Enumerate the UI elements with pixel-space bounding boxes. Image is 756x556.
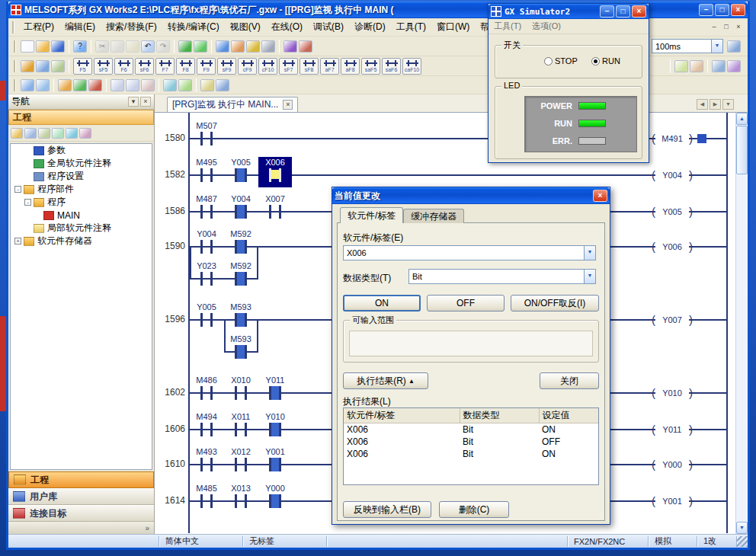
dialog-titlebar[interactable]: 当前值更改 ×	[332, 187, 610, 204]
close-button[interactable]: ×	[632, 5, 646, 18]
contact-name[interactable]: M485	[190, 484, 223, 493]
run-radio[interactable]: RUN	[591, 56, 620, 66]
ladder-symbol-button-saf5[interactable]: saF5	[361, 58, 380, 75]
result-column-header[interactable]: 设定值	[539, 408, 598, 423]
menu-item[interactable]: 转换/编译(C)	[162, 18, 225, 36]
write-to-plc-icon[interactable]	[216, 40, 229, 53]
coil[interactable]: (Y007)	[652, 312, 693, 328]
tree-item[interactable]: 局部软元件注释	[11, 222, 152, 235]
device-comment-icon[interactable]	[178, 40, 192, 53]
expander-icon[interactable]: +	[14, 238, 21, 244]
contact-name[interactable]: M495	[190, 158, 223, 167]
contact-name[interactable]: M593	[224, 302, 258, 312]
contact-name[interactable]: M494	[190, 412, 223, 421]
contact-name[interactable]: X007	[258, 194, 292, 203]
contact-name[interactable]: Y004	[190, 229, 223, 238]
simulator-menu-item[interactable]: 选项(O)	[527, 19, 566, 34]
comment-display-icon[interactable]	[200, 79, 214, 91]
save-project-icon[interactable]	[51, 40, 65, 53]
contact-name[interactable]: Y000	[258, 484, 292, 493]
tab-device-label[interactable]: 软元件/标签	[340, 207, 403, 223]
contact-name[interactable]: Y005	[190, 302, 223, 312]
menu-item[interactable]: 搜索/替换(F)	[101, 18, 162, 36]
ladder-symbol-button-f7[interactable]: F7	[155, 58, 175, 75]
contact-name[interactable]: X011	[224, 412, 258, 421]
mdi-restore-button[interactable]: □	[720, 22, 732, 33]
dialog-close-button[interactable]: 关闭	[540, 372, 599, 389]
inline-statement-icon[interactable]	[674, 60, 688, 72]
nav-button-user-library[interactable]: 用户库	[8, 488, 154, 505]
chevron-down-icon[interactable]: ▼	[584, 246, 595, 260]
scrollbar-thumb[interactable]	[736, 126, 748, 174]
tab-main-program[interactable]: [PRG]监视 执行中 MAIN... ×	[167, 97, 298, 112]
delete-line-icon[interactable]	[141, 79, 155, 91]
zoom-icon[interactable]	[21, 79, 34, 91]
maximize-button[interactable]: □	[715, 4, 729, 16]
paste-icon[interactable]	[126, 40, 139, 53]
toolbar-grip[interactable]	[14, 79, 16, 91]
result-row[interactable]: X006BitOFF	[344, 436, 598, 448]
check-program-icon[interactable]	[178, 79, 192, 91]
menu-item[interactable]: 工程(P)	[18, 18, 59, 36]
result-row[interactable]: X006BitON	[344, 423, 598, 436]
toolbar-grip[interactable]	[14, 60, 16, 72]
nav-button-project[interactable]: 工程	[8, 471, 154, 488]
tab-list-icon[interactable]: ▼	[722, 99, 734, 110]
tree-item[interactable]: MAIN	[11, 209, 152, 222]
ladder-symbol-button-f5[interactable]: F5	[73, 58, 92, 75]
ladder-symbol-button-saf6[interactable]: saF6	[382, 58, 401, 75]
cut-icon[interactable]: ✂	[95, 40, 109, 53]
chevron-down-icon[interactable]: ▼	[711, 40, 722, 53]
ladder-symbol-button-sf8[interactable]: sF8	[300, 58, 319, 75]
monitor-mode-icon[interactable]	[216, 79, 229, 91]
data-type-combo[interactable]: Bit ▼	[408, 269, 596, 284]
build-icon[interactable]	[299, 40, 312, 53]
expander-icon[interactable]: -	[24, 199, 31, 206]
chevron-down-icon[interactable]: ▼	[584, 270, 595, 283]
contact-name[interactable]: X006	[258, 158, 292, 167]
contact-name[interactable]: Y010	[258, 412, 292, 421]
nav-refresh-icon[interactable]	[66, 128, 78, 139]
close-icon[interactable]: ×	[140, 97, 151, 107]
result-column-header[interactable]: 数据类型	[460, 408, 539, 423]
coil[interactable]: (Y010)	[652, 385, 693, 401]
contact-name[interactable]: M592	[224, 229, 258, 238]
scroll-right-icon[interactable]: ▶	[710, 99, 721, 110]
contact-name[interactable]: M593	[224, 334, 258, 344]
undo-icon[interactable]: ↶	[141, 40, 155, 53]
contact-name[interactable]: M493	[190, 447, 223, 456]
ladder-edit-icon[interactable]	[21, 60, 34, 72]
resize-grip-icon[interactable]	[737, 536, 748, 547]
open-project-icon[interactable]	[36, 40, 50, 53]
contact-name[interactable]: M487	[190, 194, 223, 203]
forced-off-icon[interactable]	[88, 79, 102, 91]
on-button[interactable]: ON	[343, 295, 421, 312]
ladder-symbol-button-sf5[interactable]: sF5	[94, 58, 113, 75]
tree-item[interactable]: +软元件存储器	[11, 235, 152, 248]
device-combo[interactable]: X006 ▼	[343, 245, 596, 260]
nav-button-connection[interactable]: 连接目标	[8, 505, 154, 522]
tab-buffer-memory[interactable]: 缓冲存储器	[403, 209, 464, 223]
redo-icon[interactable]: ↷	[156, 40, 170, 53]
new-project-icon[interactable]	[21, 40, 34, 53]
monitor-interval-combo[interactable]: 100ms ▼	[652, 39, 723, 53]
tree-item[interactable]: 全局软元件注释	[11, 157, 152, 170]
ladder-symbol-button-f9[interactable]: F9	[197, 58, 216, 75]
menu-item[interactable]: 诊断(D)	[349, 18, 391, 36]
ladder-symbol-button-sf7[interactable]: sF7	[279, 58, 298, 75]
off-button[interactable]: OFF	[427, 295, 505, 312]
menu-item[interactable]: 在线(O)	[266, 18, 308, 36]
coil[interactable]: (Y005)	[652, 203, 693, 220]
forced-on-icon[interactable]	[73, 79, 87, 91]
monitor-condition-icon[interactable]	[727, 40, 741, 53]
ladder-symbol-button-f6[interactable]: F6	[114, 58, 133, 75]
contact-name[interactable]: Y004	[224, 194, 258, 203]
stop-radio[interactable]: STOP	[544, 56, 578, 66]
nav-paste-icon[interactable]	[38, 128, 50, 139]
tree-item[interactable]: 参数	[11, 144, 152, 157]
scroll-up-icon[interactable]: ▲	[736, 113, 748, 125]
ladder-symbol-button-sf9[interactable]: sF9	[217, 58, 236, 75]
minimize-button[interactable]: –	[699, 4, 713, 16]
coil[interactable]: (M491)	[652, 130, 706, 147]
toggle-button[interactable]: ON/OFF取反(I)	[511, 295, 599, 312]
